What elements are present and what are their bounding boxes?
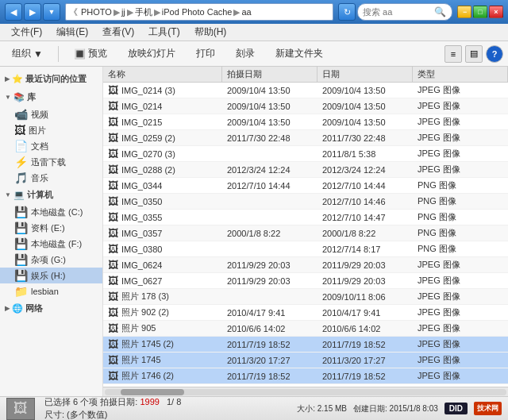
new-folder-button[interactable]: 新建文件夹 xyxy=(268,44,330,64)
table-row[interactable]: 🖼 IMG_0344 2012/7/10 14:44 2012/7/10 14:… xyxy=(103,178,508,194)
back-button[interactable]: ◀ xyxy=(5,3,22,21)
table-row[interactable]: 🖼 照片 1745 2011/3/20 17:27 2011/3/20 17:2… xyxy=(103,353,508,368)
table-row[interactable]: 🖼 IMG_0214 (3) 2009/10/4 13:50 2009/10/4… xyxy=(103,83,508,98)
sidebar: ▶ ⭐ 最近访问的位置 ▼ 📚 库 📹 视频 🖼 图片 📄 文档 ⚡ 迅雷下载 … xyxy=(0,67,103,396)
sidebar-item-e[interactable]: 💾 资料 (E:) xyxy=(0,220,102,236)
sidebar-item-documents[interactable]: 📄 文档 xyxy=(0,138,102,154)
sidebar-item-c[interactable]: 💾 本地磁盘 (C:) xyxy=(0,204,102,220)
view-details-button[interactable]: ▤ xyxy=(465,45,483,63)
forward-button[interactable]: ▶ xyxy=(24,3,41,21)
page-info: 1/ 8 xyxy=(167,397,181,407)
minimize-button[interactable]: － xyxy=(457,6,471,18)
table-row[interactable]: 🖼 照片 902 (2) 2010/4/17 9:41 2010/4/17 9:… xyxy=(103,305,508,321)
help-button[interactable]: ? xyxy=(486,45,503,63)
file-date2-cell: 2010/6/6 14:02 xyxy=(318,324,413,333)
burn-button[interactable]: 刻录 xyxy=(229,44,262,64)
sidebar-item-g[interactable]: 💾 杂项 (G:) xyxy=(0,252,102,268)
sidebar-item-h[interactable]: 💾 娱乐 (H:) xyxy=(0,268,102,283)
search-input[interactable] xyxy=(363,7,434,17)
shoot-date-label: 拍摄日期: xyxy=(100,397,137,407)
refresh-button[interactable]: ↻ xyxy=(338,3,356,21)
table-row[interactable]: 🖼 IMG_0380 2012/7/14 8:17 PNG 图像 xyxy=(103,241,508,257)
recent-label: 最近访问的位置 xyxy=(25,73,87,85)
file-type-cell: PNG 图像 xyxy=(413,211,508,223)
search-bar[interactable]: 🔍 xyxy=(357,3,452,21)
file-date2-cell: 2009/10/4 13:50 xyxy=(318,86,413,95)
table-row[interactable]: 🖼 IMG_0350 2012/7/10 14:46 PNG 图像 xyxy=(103,194,508,210)
table-row[interactable]: 🖼 照片 1746 (2) 2011/7/19 18:52 2011/7/19 … xyxy=(103,368,508,384)
sidebar-item-pictures[interactable]: 🖼 图片 xyxy=(0,122,102,138)
col-header-name[interactable]: 名称 xyxy=(103,67,222,82)
sidebar-item-f[interactable]: 💾 本地磁盘 (F:) xyxy=(0,236,102,252)
sidebar-computer-header[interactable]: ▼ 💻 计算机 xyxy=(0,186,102,204)
menu-file[interactable]: 文件(F) xyxy=(5,24,48,40)
breadcrumb[interactable]: 《 PHOTO ▶ jj ▶ 手机 ▶ iPod Photo Cache ▶ a… xyxy=(65,3,333,21)
menu-help[interactable]: 帮助(H) xyxy=(188,24,233,40)
file-name-cell: 🖼 IMG_0380 xyxy=(103,243,222,255)
file-type-cell: JPEG 图像 xyxy=(413,306,508,318)
sidebar-network-header[interactable]: ▶ 🌐 网络 xyxy=(0,299,102,318)
file-date2-cell: 2010/4/17 9:41 xyxy=(318,308,413,318)
file-icon: 🖼 xyxy=(108,275,118,287)
sidebar-library-header[interactable]: ▼ 📚 库 xyxy=(0,88,102,106)
table-row[interactable]: 🖼 IMG_0624 2011/9/29 20:03 2011/9/29 20:… xyxy=(103,257,508,273)
table-row[interactable]: 🖼 照片 1745 (2) 2011/7/19 18:52 2011/7/19 … xyxy=(103,337,508,353)
close-button[interactable]: × xyxy=(489,6,503,18)
print-button[interactable]: 打印 xyxy=(189,44,222,64)
breadcrumb-jj[interactable]: jj xyxy=(121,7,125,17)
breadcrumb-cache[interactable]: iPod Photo Cache xyxy=(162,7,233,17)
file-icon: 🖼 xyxy=(108,211,118,223)
file-type-cell: JPEG 图像 xyxy=(413,338,508,350)
horizontal-scrollbar[interactable] xyxy=(103,387,508,396)
disk-e-icon: 💾 xyxy=(14,222,28,234)
file-icon: 🖼 xyxy=(108,164,118,175)
window-controls: － □ × xyxy=(457,6,503,18)
sidebar-item-thunder[interactable]: ⚡ 迅雷下载 xyxy=(0,154,102,170)
breadcrumb-photo[interactable]: PHOTO xyxy=(81,7,112,17)
organize-button[interactable]: 组织 ▼ xyxy=(5,44,50,64)
table-row[interactable]: 🖼 IMG_0270 (3) 2011/8/1 5:38 JPEG 图像 xyxy=(103,146,508,162)
table-row[interactable]: 🖼 IMG_0215 2009/10/4 13:50 2009/10/4 13:… xyxy=(103,114,508,130)
preview-button[interactable]: 🔳 预览 xyxy=(67,44,114,64)
table-row[interactable]: 🖼 IMG_0214 2009/10/4 13:50 2009/10/4 13:… xyxy=(103,98,508,114)
breadcrumb-aa[interactable]: aa xyxy=(241,7,251,17)
file-icon: 🖼 xyxy=(108,338,118,350)
sidebar-item-lesbian[interactable]: 📁 lesbian xyxy=(0,283,102,299)
burn-label: 刻录 xyxy=(236,47,255,60)
table-row[interactable]: 🖼 IMG_0288 (2) 2012/3/24 12:24 2012/3/24… xyxy=(103,162,508,178)
library-label: 库 xyxy=(27,91,36,103)
sidebar-recent-header[interactable]: ▶ ⭐ 最近访问的位置 xyxy=(0,70,102,88)
col-header-type[interactable]: 类型 xyxy=(413,67,508,82)
menu-view[interactable]: 查看(V) xyxy=(96,24,140,40)
breadcrumb-phone[interactable]: 手机 xyxy=(135,6,152,18)
scroll-track[interactable] xyxy=(105,389,506,395)
table-row[interactable]: 🖼 IMG_0355 2012/7/10 14:47 PNG 图像 xyxy=(103,210,508,225)
table-row[interactable]: 🖼 IMG_0357 2000/1/8 8:22 2000/1/8 8:22 P… xyxy=(103,225,508,241)
col-header-date1[interactable]: 拍摄日期 xyxy=(222,67,318,82)
table-row[interactable]: 🖼 IMG_0259 (2) 2011/7/30 22:48 2011/7/30… xyxy=(103,130,508,146)
file-name-cell: 🖼 照片 1745 xyxy=(103,354,222,366)
up-button[interactable]: ▼ xyxy=(43,3,60,21)
file-list-body[interactable]: 🖼 IMG_0214 (3) 2009/10/4 13:50 2009/10/4… xyxy=(103,83,508,387)
table-row[interactable]: 🖼 IMG_0627 2011/9/29 20:03 2011/9/29 20:… xyxy=(103,273,508,289)
slideshow-button[interactable]: 放映幻灯片 xyxy=(121,44,183,64)
table-row[interactable]: 🖼 照片 178 (3) 2009/10/11 8:06 JPEG 图像 xyxy=(103,289,508,305)
file-date2-cell: 2011/9/29 20:03 xyxy=(318,276,413,286)
network-label: 网络 xyxy=(25,302,43,314)
menu-edit[interactable]: 编辑(E) xyxy=(50,24,94,40)
sidebar-item-music[interactable]: 🎵 音乐 xyxy=(0,170,102,186)
view-toggle-button[interactable]: ≡ xyxy=(444,45,462,63)
file-name: IMG_0355 xyxy=(121,213,162,222)
menu-tools[interactable]: 工具(T) xyxy=(142,24,186,40)
file-name: IMG_0357 xyxy=(121,229,162,238)
maximize-button[interactable]: □ xyxy=(473,6,487,18)
file-name-cell: 🖼 IMG_0270 (3) xyxy=(103,148,222,160)
col-header-date2[interactable]: 日期 xyxy=(318,67,413,82)
table-row[interactable]: 🖼 照片 905 2010/6/6 14:02 2010/6/6 14:02 J… xyxy=(103,321,508,337)
scroll-thumb[interactable] xyxy=(121,389,184,395)
disk-e-label: 资料 (E:) xyxy=(31,222,65,234)
file-name: IMG_0344 xyxy=(121,181,162,191)
sidebar-item-video[interactable]: 📹 视频 xyxy=(0,106,102,122)
disk-f-label: 本地磁盘 (F:) xyxy=(31,238,82,250)
documents-label: 文档 xyxy=(31,141,48,152)
